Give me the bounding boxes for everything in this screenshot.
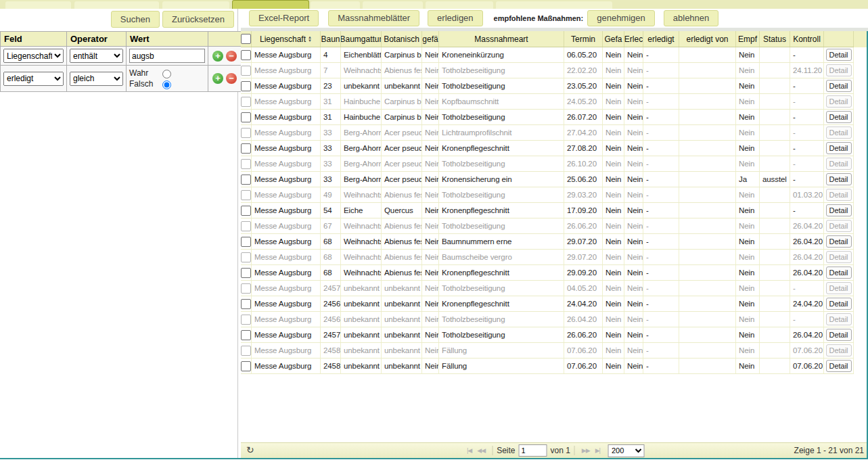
column-header-empf[interactable]: Empf (736, 31, 760, 47)
ablehnen-button[interactable]: ablehnen (664, 10, 719, 26)
detail-button[interactable]: Detail (826, 173, 852, 185)
row-checkbox[interactable] (241, 175, 251, 185)
table-row[interactable]: Messe Augsburg 33 Berg-Ahorn Acer pseudo… (241, 125, 854, 141)
radio-false[interactable] (162, 80, 171, 89)
select-all-checkbox[interactable] (241, 34, 251, 44)
detail-button[interactable]: Detail (826, 360, 852, 372)
detail-button[interactable]: Detail (826, 64, 852, 76)
column-header-erle[interactable]: Erlec (624, 31, 643, 47)
genehmigen-button[interactable]: genehmigen (587, 10, 655, 26)
row-checkbox[interactable] (241, 66, 251, 76)
tab-segment[interactable] (162, 1, 229, 9)
massnahmeblaetter-button[interactable]: Massnahmeblätter (328, 10, 419, 26)
detail-button[interactable]: Detail (826, 282, 852, 294)
detail-button[interactable]: Detail (826, 111, 852, 123)
column-header-termin[interactable]: Termin (564, 31, 603, 47)
table-row[interactable]: Messe Augsburg 49 Weihnachtsb Abienus fe… (241, 187, 854, 203)
field-select[interactable]: erledigt (3, 72, 64, 86)
table-row[interactable]: Messe Augsburg 67 Weihnachtsb Abienus fe… (241, 218, 854, 234)
tab-segment[interactable] (74, 1, 159, 9)
remove-filter-icon[interactable]: − (226, 73, 237, 84)
row-checkbox[interactable] (241, 190, 251, 200)
table-row[interactable]: Messe Augsburg 4 Eichenblättri Carpinus … (241, 47, 854, 63)
row-checkbox[interactable] (241, 128, 251, 138)
tab-segment[interactable] (363, 1, 423, 9)
detail-button[interactable]: Detail (826, 49, 852, 61)
detail-button[interactable]: Detail (826, 220, 852, 232)
field-select[interactable]: Liegenschaft (3, 49, 64, 63)
row-checkbox[interactable] (241, 315, 251, 325)
detail-button[interactable]: Detail (826, 298, 852, 310)
table-row[interactable]: Messe Augsburg 24580 unbekannt unbekannt… (241, 343, 854, 359)
table-row[interactable]: Messe Augsburg 68 Weihnachtsb Abienus fe… (241, 250, 854, 265)
column-header-gefa[interactable]: Gefa (603, 31, 624, 47)
table-row[interactable]: Messe Augsburg 7 Weihnachtsb Abienus fes… (241, 63, 854, 78)
row-checkbox[interactable] (241, 97, 251, 107)
next-page-icon[interactable]: ▶▶ (582, 447, 590, 454)
row-checkbox[interactable] (241, 221, 251, 231)
first-page-icon[interactable]: |◀ (467, 447, 472, 454)
row-checkbox[interactable] (241, 81, 251, 91)
column-header-kontroll[interactable]: Kontroll (790, 31, 824, 47)
row-checkbox[interactable] (241, 346, 251, 356)
row-checkbox[interactable] (241, 237, 251, 247)
table-row[interactable]: Messe Augsburg 68 Weihnachtsb Abienus fe… (241, 265, 854, 281)
table-row[interactable]: Messe Augsburg 31 Hainbuche Carpinus bet… (241, 94, 854, 110)
detail-button[interactable]: Detail (826, 329, 852, 341)
detail-button[interactable]: Detail (826, 267, 852, 279)
table-row[interactable]: Messe Augsburg 68 Weihnachtsb Abienus fe… (241, 234, 854, 250)
column-header-erledigt-von[interactable]: erledigt von (679, 31, 736, 47)
column-header-erledigt[interactable]: erledigt (643, 31, 679, 47)
row-checkbox[interactable] (241, 143, 251, 154)
last-page-icon[interactable]: ▶| (595, 447, 600, 454)
row-checkbox[interactable] (241, 50, 251, 60)
row-checkbox[interactable] (241, 268, 251, 278)
column-header-baumgattung[interactable]: Baumgattur (341, 31, 382, 47)
radio-true[interactable] (162, 70, 171, 78)
search-button[interactable]: Suchen (111, 11, 160, 28)
tab-segment[interactable] (426, 1, 493, 9)
column-header-massnahmeart[interactable]: Massnahmeart (439, 31, 564, 47)
row-checkbox[interactable] (241, 159, 251, 169)
tab-segment-active[interactable] (232, 0, 309, 9)
detail-button[interactable]: Detail (826, 344, 852, 356)
table-row[interactable]: Messe Augsburg 23 unbekannt unbekannt Ne… (241, 78, 854, 94)
row-checkbox[interactable] (241, 283, 251, 294)
page-number-input[interactable] (519, 444, 547, 457)
detail-button[interactable]: Detail (826, 204, 852, 216)
table-row[interactable]: Messe Augsburg 24581 unbekannt unbekannt… (241, 359, 854, 374)
column-header-liegenschaft[interactable]: Liegenschaft ▲▼ (252, 31, 321, 47)
detail-button[interactable]: Detail (826, 158, 852, 170)
table-row[interactable]: Messe Augsburg 33 Berg-Ahorn Acer pseudo… (241, 172, 854, 187)
table-row[interactable]: Messe Augsburg 2457 unbekannt unbekannt … (241, 281, 854, 296)
row-checkbox[interactable] (241, 361, 251, 371)
tab-segment[interactable] (496, 1, 612, 9)
operator-select[interactable]: gleich (70, 72, 123, 86)
row-checkbox[interactable] (241, 330, 251, 340)
add-filter-icon[interactable]: + (212, 73, 223, 84)
refresh-icon[interactable]: ↻ (246, 444, 254, 455)
detail-button[interactable]: Detail (826, 95, 852, 108)
detail-button[interactable]: Detail (826, 313, 852, 325)
detail-button[interactable]: Detail (826, 80, 852, 92)
table-row[interactable]: Messe Augsburg 24570 unbekannt unbekannt… (241, 327, 854, 343)
value-input[interactable] (129, 49, 205, 63)
excel-report-button[interactable]: Excel-Report (249, 10, 319, 26)
column-header-baum-nr[interactable]: Baun (321, 31, 341, 47)
row-checkbox[interactable] (241, 206, 251, 216)
detail-button[interactable]: Detail (826, 142, 852, 154)
table-row[interactable]: Messe Augsburg 54 Eiche Quercus Nein Kro… (241, 203, 854, 218)
tab-segment[interactable] (5, 1, 71, 9)
column-header-botanisch[interactable]: Botanisch (382, 31, 422, 47)
row-checkbox[interactable] (241, 112, 251, 122)
tab-segment[interactable] (311, 1, 360, 9)
row-checkbox[interactable] (241, 252, 251, 262)
remove-filter-icon[interactable]: − (226, 51, 237, 62)
prev-page-icon[interactable]: ◀◀ (477, 447, 485, 454)
table-row[interactable]: Messe Augsburg 24569 unbekannt unbekannt… (241, 312, 854, 327)
detail-button[interactable]: Detail (826, 251, 852, 263)
table-row[interactable]: Messe Augsburg 33 Berg-Ahorn Acer pseudo… (241, 141, 854, 156)
scrollbar-track[interactable] (854, 31, 867, 47)
column-header-status[interactable]: Status (760, 31, 790, 47)
column-header-gefaellt[interactable]: gefä (422, 31, 439, 47)
